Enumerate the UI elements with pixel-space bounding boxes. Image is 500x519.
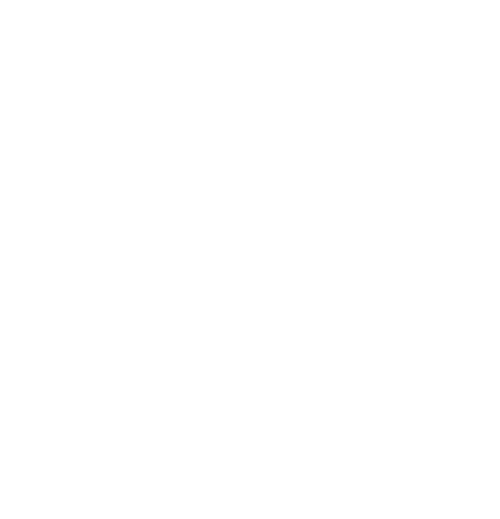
- code-block: [0, 0, 500, 8]
